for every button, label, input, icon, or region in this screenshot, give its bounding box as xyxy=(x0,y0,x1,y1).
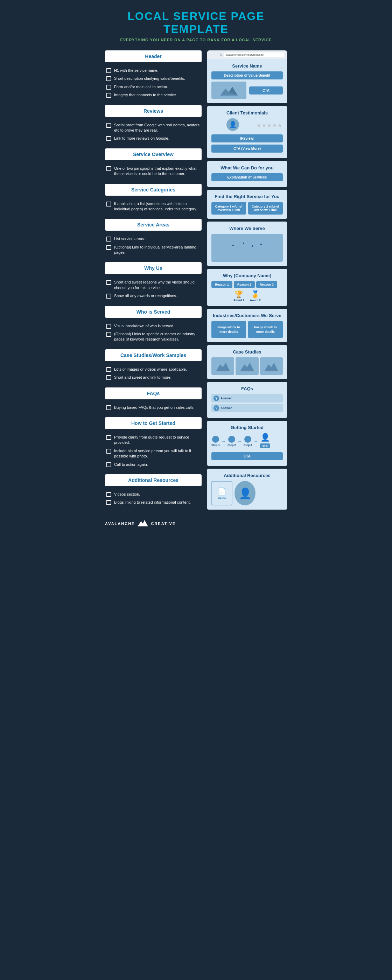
client-testimonials-title: Client Testimonials xyxy=(211,110,283,116)
right-section-service-areas: Where We Serve xyxy=(207,221,287,266)
faqs-title: FAQs xyxy=(211,386,283,391)
award-1-label: Award 1 xyxy=(233,299,244,302)
blog-box: 📄 BLOG xyxy=(211,481,233,505)
right-section-getting-started: Getting Started Step 1 → Step 2 → xyxy=(207,421,287,466)
step-3-circle xyxy=(244,436,251,443)
checkbox[interactable] xyxy=(107,324,111,329)
category-2-box[interactable]: Category 2 w/brief overview + link xyxy=(248,202,283,215)
section-service-categories-label: Service Categories xyxy=(105,184,202,196)
what-we-can-do-title: What We Can Do for you xyxy=(211,165,283,170)
step-arrow-2: → xyxy=(237,439,242,444)
checklist-item: H1 with the service name. xyxy=(107,68,202,73)
bio-box: 👤 [Bio] xyxy=(260,433,270,449)
faq-answer-2: Answer xyxy=(220,406,232,410)
checkbox[interactable] xyxy=(107,332,111,337)
checklist-item: (Optional) Link to individual service-ar… xyxy=(107,245,202,256)
checkbox[interactable] xyxy=(107,237,111,242)
checkbox[interactable] xyxy=(107,492,111,497)
svg-point-12 xyxy=(252,245,253,247)
checkbox[interactable] xyxy=(107,500,111,505)
find-right-service-title: Find the Right Service for You xyxy=(211,194,283,199)
checklist-item: (Optional) Links to specific customer or… xyxy=(107,331,202,342)
checkbox[interactable] xyxy=(107,280,111,285)
svg-point-10 xyxy=(233,245,234,246)
checklist-item: List service areas. xyxy=(107,236,202,242)
step-1-circle xyxy=(212,436,219,443)
svg-point-6 xyxy=(264,240,272,246)
where-we-serve-title: Where We Serve xyxy=(211,226,283,231)
cta-view-more-btn[interactable]: CTA (View More) xyxy=(211,145,283,153)
checklist-item: Social proof from Google with real names… xyxy=(107,123,202,134)
checkbox[interactable] xyxy=(107,136,111,141)
step-arrow-1: → xyxy=(221,439,226,444)
forward-arrow-icon[interactable]: → xyxy=(215,53,218,57)
reload-icon[interactable]: ↻ xyxy=(220,53,223,57)
back-arrow-icon[interactable]: ← xyxy=(210,53,214,57)
step-3-label: Step 3 xyxy=(244,444,252,447)
footer-tagline: CREATIVE xyxy=(151,522,176,526)
right-section-service-categories: Find the Right Service for You Category … xyxy=(207,190,287,219)
reason-2-pill: Reason 2 xyxy=(234,281,255,288)
review-text-btn: [Review] xyxy=(211,134,283,142)
checkbox[interactable] xyxy=(107,93,111,98)
trophy-icon: 🏆 xyxy=(233,290,244,299)
checkbox[interactable] xyxy=(107,294,111,299)
category-1-box[interactable]: Category 1 w/brief overview + link xyxy=(211,202,246,215)
industry-image-2[interactable]: Image w/link to more details xyxy=(248,321,283,338)
checklist-item: If applicable, a list (sometimes with li… xyxy=(107,201,202,212)
medal-icon: 🥇 xyxy=(250,290,261,299)
svg-marker-15 xyxy=(240,363,254,371)
checkbox[interactable] xyxy=(107,202,111,207)
section-who-is-served-label: Who is Served xyxy=(105,306,202,318)
case-study-img-2 xyxy=(236,357,258,375)
right-section-case-studies: Case Studies xyxy=(207,345,287,379)
checklist-item: Provide clarity from quote request to se… xyxy=(107,435,202,445)
faq-answer-1: Answer xyxy=(220,396,232,400)
case-studies-checklist: Lots of images or videos where applicabl… xyxy=(105,367,202,380)
checklist-item: Link to more reviews on Google. xyxy=(107,136,202,141)
section-service-overview-label: Service Overview xyxy=(105,148,202,160)
cta-button[interactable]: CTA xyxy=(249,86,283,94)
svg-marker-16 xyxy=(264,363,278,371)
checkbox[interactable] xyxy=(107,166,111,171)
right-section-faqs: FAQs ? Answer ? Answer xyxy=(207,382,287,418)
checkbox[interactable] xyxy=(107,405,111,410)
page-subtitle: EVERYTHING YOU NEED ON A PAGE TO RANK FO… xyxy=(105,38,287,42)
faq-row-2: ? Answer xyxy=(211,404,283,412)
svg-point-9 xyxy=(254,251,258,254)
star-rating: ★★★★★ xyxy=(257,123,283,128)
checklist-item: Blogs linking to related informational c… xyxy=(107,500,202,505)
checkbox[interactable] xyxy=(107,245,111,250)
section-service-areas-label: Service Areas xyxy=(105,219,202,231)
reason-1-pill: Reason 1 xyxy=(211,281,233,288)
getting-started-cta-btn[interactable]: CTA xyxy=(211,452,283,460)
service-overview-checklist: One or two paragraphs that explain exact… xyxy=(105,166,202,177)
svg-point-8 xyxy=(244,251,250,255)
mountain-logo-icon xyxy=(137,519,148,528)
checkbox[interactable] xyxy=(107,375,111,380)
additional-resources-checklist: Videos section. Blogs linking to related… xyxy=(105,492,202,505)
checkbox[interactable] xyxy=(107,435,111,440)
checkbox[interactable] xyxy=(107,123,111,128)
case-study-img-3 xyxy=(260,357,283,375)
description-value-btn[interactable]: Description of Value/Benefit xyxy=(211,72,283,80)
industry-image-1[interactable]: Image w/link to more details xyxy=(211,321,246,338)
checkbox[interactable] xyxy=(107,462,111,467)
checkbox[interactable] xyxy=(107,449,111,453)
right-section-additional-resources: Additional Resources 📄 BLOG 👤 xyxy=(207,469,287,510)
browser-url-bar[interactable]: avalanchegr.com/services/seo xyxy=(224,52,284,57)
who-is-served-checklist: Visual breakdown of who is served. (Opti… xyxy=(105,323,202,342)
checkbox[interactable] xyxy=(107,367,111,372)
resource-person-box: 👤 xyxy=(234,481,255,505)
how-to-get-started-checklist: Provide clarity from quote request to se… xyxy=(105,435,202,467)
bio-label: [Bio] xyxy=(260,444,270,448)
why-us-checklist: Short and sweet reasons why the visitor … xyxy=(105,280,202,299)
checkbox[interactable] xyxy=(107,85,111,90)
checkbox[interactable] xyxy=(107,76,111,81)
map-placeholder xyxy=(211,234,283,262)
checklist-item: Short and sweet reasons why the visitor … xyxy=(107,280,202,291)
checkbox[interactable] xyxy=(107,68,111,73)
award-2: 🥇 Award 2 xyxy=(250,290,261,302)
faq-q-icon-1: ? xyxy=(214,396,219,401)
award-2-label: Award 2 xyxy=(250,299,261,302)
